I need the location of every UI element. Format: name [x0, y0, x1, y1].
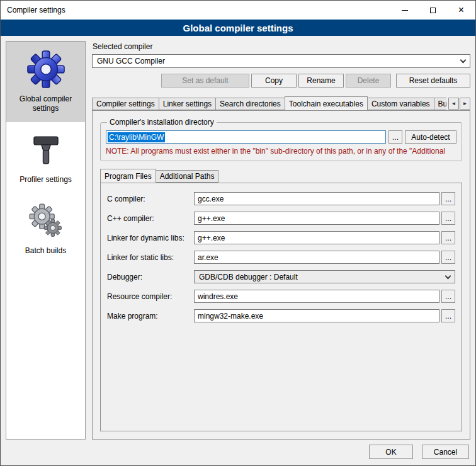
cancel-button[interactable]: Cancel	[422, 445, 469, 459]
make-program-input[interactable]	[194, 309, 439, 322]
tab-build-options[interactable]: Build	[434, 98, 446, 110]
chevron-down-icon	[460, 57, 467, 64]
compiler-select-value: GNU GCC Compiler	[97, 57, 165, 65]
subtabs-scroll-area: Program Files Additional Paths	[100, 168, 462, 183]
debugger-select[interactable]: GDB/CDB debugger : Default	[194, 270, 455, 283]
window-controls: ×	[390, 1, 475, 20]
tab-custom-variables[interactable]: Custom variables	[367, 98, 434, 110]
program-files-panel: C compiler: ... C++ compiler: ... Linker…	[100, 183, 462, 431]
arrow-right-icon: ►	[463, 101, 468, 106]
page-title: Global compiler settings	[1, 20, 475, 36]
main-content: Selected compiler GNU GCC Compiler Set a…	[92, 41, 470, 440]
linker-dynamic-browse-button[interactable]: ...	[441, 231, 455, 244]
sidebar-item-batch-builds[interactable]: Batch builds	[6, 193, 85, 264]
form-row-c-compiler: C compiler: ...	[107, 192, 455, 205]
compiler-select[interactable]: GNU GCC Compiler	[92, 54, 470, 68]
minimize-icon	[402, 10, 408, 11]
tab-scroll-left-button[interactable]: ◄	[448, 98, 459, 110]
program-files-tabstrip: Program Files Additional Paths	[100, 168, 462, 183]
resource-compiler-browse-button[interactable]: ...	[441, 290, 455, 303]
installation-directory-group: Compiler's installation directory C:\ray…	[100, 118, 462, 161]
form-row-cpp-compiler: C++ compiler: ...	[107, 212, 455, 225]
form-row-resource-compiler: Resource compiler: ...	[107, 290, 455, 303]
toolchain-executables-panel: Compiler's installation directory C:\ray…	[92, 110, 470, 440]
profiler-tool-icon	[28, 130, 64, 169]
installation-directory-legend: Compiler's installation directory	[107, 118, 217, 127]
chevron-down-icon	[445, 273, 451, 279]
reset-defaults-button[interactable]: Reset defaults	[396, 74, 470, 88]
tab-linker-settings[interactable]: Linker settings	[159, 98, 216, 110]
debugger-label: Debugger:	[107, 273, 194, 281]
sidebar-item-profiler-settings[interactable]: Profiler settings	[6, 122, 85, 193]
copy-button[interactable]: Copy	[251, 74, 297, 88]
compiler-settings-window: Compiler settings × Global compiler sett…	[0, 0, 476, 466]
blue-gear-icon	[26, 50, 65, 89]
arrow-left-icon: ◄	[451, 101, 456, 106]
resource-compiler-label: Resource compiler:	[107, 292, 194, 301]
tab-scroll-right-button[interactable]: ►	[460, 98, 470, 110]
close-button[interactable]: ×	[447, 1, 475, 20]
linker-static-browse-button[interactable]: ...	[441, 251, 455, 264]
autodetect-button[interactable]: Auto-detect	[405, 130, 456, 144]
linker-static-input[interactable]	[194, 251, 439, 264]
c-compiler-browse-button[interactable]: ...	[441, 192, 455, 205]
sidebar-item-global-compiler-settings[interactable]: Global compiler settings	[6, 42, 85, 122]
close-icon: ×	[458, 5, 464, 15]
titlebar: Compiler settings ×	[1, 1, 475, 20]
make-program-label: Make program:	[107, 312, 194, 321]
ok-button[interactable]: OK	[369, 445, 413, 459]
dialog-footer: OK Cancel	[1, 440, 475, 465]
minimize-button[interactable]	[390, 1, 419, 20]
sidebar: Global compiler settings Profiler settin…	[6, 41, 86, 440]
compiler-actions: Set as default Copy Rename Delete Reset …	[92, 74, 470, 88]
debugger-select-value: GDB/CDB debugger : Default	[199, 273, 298, 281]
installation-directory-input[interactable]: C:\raylib\MinGW	[106, 130, 386, 144]
tab-toolchain-executables[interactable]: Toolchain executables	[285, 96, 368, 110]
form-row-make-program: Make program: ...	[107, 309, 455, 322]
set-as-default-button: Set as default	[161, 74, 249, 88]
tab-compiler-settings[interactable]: Compiler settings	[92, 98, 159, 110]
resource-compiler-input[interactable]	[194, 290, 439, 303]
rename-button[interactable]: Rename	[298, 74, 344, 88]
note-text: NOTE: All programs must exist either in …	[106, 147, 456, 156]
sidebar-item-label: Profiler settings	[20, 175, 72, 185]
dialog-body: Global compiler settings Profiler settin…	[1, 36, 475, 440]
c-compiler-label: C compiler:	[107, 195, 194, 203]
cpp-compiler-input[interactable]	[194, 212, 439, 225]
browse-directory-button[interactable]: ...	[388, 130, 402, 144]
linker-static-label: Linker for static libs:	[107, 253, 194, 262]
form-row-linker-static: Linker for static libs: ...	[107, 251, 455, 264]
subtab-program-files[interactable]: Program Files	[100, 169, 156, 183]
linker-dynamic-input[interactable]	[194, 231, 439, 244]
installation-directory-row: C:\raylib\MinGW ... Auto-detect	[106, 130, 456, 144]
delete-button: Delete	[346, 74, 391, 88]
sidebar-item-label: Global compiler settings	[9, 94, 82, 113]
tab-search-directories[interactable]: Search directories	[215, 98, 285, 110]
selected-compiler-label: Selected compiler	[93, 42, 470, 51]
sidebar-item-label: Batch builds	[25, 246, 66, 256]
linker-dynamic-label: Linker for dynamic libs:	[107, 234, 194, 242]
subtab-additional-paths[interactable]: Additional Paths	[156, 170, 219, 183]
cpp-compiler-browse-button[interactable]: ...	[441, 212, 455, 225]
maximize-button[interactable]	[419, 1, 447, 20]
installation-directory-value: C:\raylib\MinGW	[108, 132, 165, 142]
c-compiler-input[interactable]	[194, 192, 439, 205]
tabs-scroll-area: Compiler settings Linker settings Search…	[92, 96, 446, 110]
gray-gears-icon	[28, 202, 64, 241]
maximize-icon	[430, 8, 436, 13]
tab-scroll-buttons: ◄ ►	[448, 98, 470, 110]
cpp-compiler-label: C++ compiler:	[107, 214, 194, 223]
window-title: Compiler settings	[1, 6, 65, 14]
form-row-linker-dynamic: Linker for dynamic libs: ...	[107, 231, 455, 244]
make-program-browse-button[interactable]: ...	[441, 309, 455, 322]
form-row-debugger: Debugger: GDB/CDB debugger : Default	[107, 270, 455, 283]
settings-tabstrip: Compiler settings Linker settings Search…	[92, 96, 470, 110]
